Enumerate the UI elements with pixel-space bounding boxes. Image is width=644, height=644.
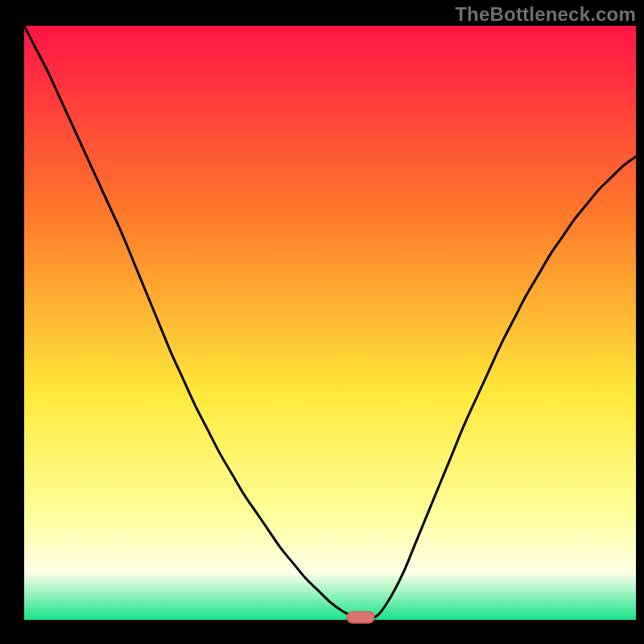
attribution-label: TheBottleneck.com xyxy=(455,3,636,26)
chart-stage: TheBottleneck.com xyxy=(0,0,644,644)
optimal-marker xyxy=(347,612,374,623)
plot-background xyxy=(24,26,636,620)
bottleneck-plot xyxy=(0,0,644,644)
